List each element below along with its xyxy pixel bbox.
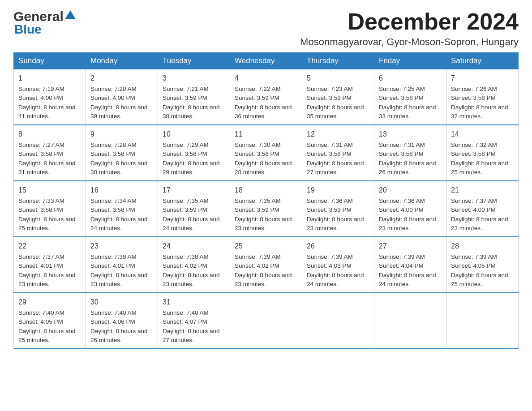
- daylight-label: Daylight: 8 hours and 26 minutes.: [379, 160, 436, 176]
- day-number: 23: [90, 241, 153, 252]
- daylight-label: Daylight: 8 hours and 29 minutes.: [163, 160, 220, 176]
- sunset-label: Sunset: 3:58 PM: [451, 94, 496, 101]
- sunrise-label: Sunrise: 7:33 AM: [18, 197, 64, 204]
- sunset-label: Sunset: 3:59 PM: [307, 94, 352, 101]
- logo-blue-text: Blue: [14, 22, 42, 37]
- sunset-label: Sunset: 3:59 PM: [235, 94, 279, 101]
- sunrise-label: Sunrise: 7:30 AM: [235, 141, 281, 148]
- sunset-label: Sunset: 3:58 PM: [379, 150, 424, 157]
- day-number: 5: [307, 73, 369, 84]
- month-year-title: December 2024: [300, 9, 519, 34]
- sunrise-label: Sunrise: 7:39 AM: [379, 253, 425, 260]
- sunset-label: Sunset: 4:04 PM: [379, 262, 424, 269]
- sunrise-label: Sunrise: 7:32 AM: [451, 141, 497, 148]
- calendar-cell: [446, 293, 519, 349]
- calendar-week-row: 1Sunrise: 7:19 AMSunset: 4:00 PMDaylight…: [14, 69, 519, 125]
- weekday-header-saturday: Saturday: [446, 53, 519, 69]
- daylight-label: Daylight: 8 hours and 24 minutes.: [90, 216, 148, 231]
- calendar-cell: 18Sunrise: 7:35 AMSunset: 3:59 PMDayligh…: [230, 181, 302, 237]
- weekday-header-thursday: Thursday: [302, 53, 374, 69]
- day-number: 16: [90, 185, 153, 196]
- calendar-cell: 12Sunrise: 7:31 AMSunset: 3:58 PMDayligh…: [302, 125, 374, 181]
- calendar-cell: 21Sunrise: 7:37 AMSunset: 4:00 PMDayligh…: [446, 181, 519, 237]
- day-number: 3: [163, 73, 225, 84]
- day-number: 19: [307, 185, 369, 196]
- day-number: 6: [379, 73, 442, 84]
- calendar-cell: [302, 293, 374, 349]
- sunset-label: Sunset: 4:00 PM: [451, 206, 496, 213]
- calendar-cell: 7Sunrise: 7:26 AMSunset: 3:58 PMDaylight…: [446, 69, 519, 125]
- sunset-label: Sunset: 4:06 PM: [90, 318, 135, 325]
- day-number: 12: [307, 129, 369, 140]
- sunrise-label: Sunrise: 7:40 AM: [18, 309, 64, 316]
- calendar-cell: 31Sunrise: 7:40 AMSunset: 4:07 PMDayligh…: [158, 293, 230, 349]
- sunrise-label: Sunrise: 7:37 AM: [18, 253, 64, 260]
- logo-general-text: General: [13, 9, 64, 24]
- sunrise-label: Sunrise: 7:39 AM: [307, 253, 353, 260]
- location-subtitle: Mosonmagyarovar, Gyor-Moson-Sopron, Hung…: [300, 36, 519, 48]
- sunrise-label: Sunrise: 7:39 AM: [235, 253, 281, 260]
- day-number: 24: [163, 241, 225, 252]
- daylight-label: Daylight: 8 hours and 23 minutes.: [379, 216, 436, 231]
- day-number: 20: [379, 185, 442, 196]
- sunset-label: Sunset: 4:05 PM: [18, 318, 63, 325]
- daylight-label: Daylight: 8 hours and 23 minutes.: [307, 216, 364, 231]
- sunset-label: Sunset: 3:58 PM: [163, 150, 207, 157]
- sunrise-label: Sunrise: 7:19 AM: [18, 86, 64, 92]
- calendar-cell: 1Sunrise: 7:19 AMSunset: 4:00 PMDaylight…: [14, 69, 86, 125]
- calendar-cell: 6Sunrise: 7:25 AMSunset: 3:58 PMDaylight…: [374, 69, 446, 125]
- sunset-label: Sunset: 3:58 PM: [90, 206, 135, 213]
- daylight-label: Daylight: 8 hours and 23 minutes.: [18, 272, 76, 287]
- sunrise-label: Sunrise: 7:35 AM: [163, 197, 209, 204]
- daylight-label: Daylight: 8 hours and 33 minutes.: [379, 104, 436, 120]
- sunset-label: Sunset: 4:02 PM: [235, 262, 279, 269]
- sunset-label: Sunset: 3:59 PM: [163, 206, 207, 213]
- calendar-cell: 23Sunrise: 7:38 AMSunset: 4:01 PMDayligh…: [86, 237, 158, 293]
- day-number: 22: [18, 241, 81, 252]
- calendar-cell: 8Sunrise: 7:27 AMSunset: 3:58 PMDaylight…: [14, 125, 86, 181]
- sunrise-label: Sunrise: 7:34 AM: [90, 197, 137, 204]
- sunset-label: Sunset: 4:03 PM: [307, 262, 352, 269]
- daylight-label: Daylight: 8 hours and 31 minutes.: [18, 160, 76, 176]
- day-number: 15: [18, 185, 81, 196]
- daylight-label: Daylight: 8 hours and 41 minutes.: [18, 104, 76, 120]
- calendar-cell: 24Sunrise: 7:38 AMSunset: 4:02 PMDayligh…: [158, 237, 230, 293]
- daylight-label: Daylight: 8 hours and 25 minutes.: [18, 328, 76, 343]
- sunrise-label: Sunrise: 7:40 AM: [163, 309, 209, 316]
- daylight-label: Daylight: 8 hours and 23 minutes.: [90, 272, 148, 287]
- daylight-label: Daylight: 8 hours and 28 minutes.: [235, 160, 292, 176]
- logo: General Blue: [13, 9, 76, 37]
- sunset-label: Sunset: 4:00 PM: [18, 94, 63, 101]
- sunset-label: Sunset: 3:59 PM: [307, 206, 352, 213]
- daylight-label: Daylight: 8 hours and 23 minutes.: [163, 272, 220, 287]
- sunrise-label: Sunrise: 7:22 AM: [235, 86, 281, 92]
- sunset-label: Sunset: 4:07 PM: [163, 318, 207, 325]
- calendar-cell: 30Sunrise: 7:40 AMSunset: 4:06 PMDayligh…: [86, 293, 158, 349]
- sunrise-label: Sunrise: 7:35 AM: [235, 197, 281, 204]
- day-number: 11: [235, 129, 297, 140]
- sunrise-label: Sunrise: 7:36 AM: [379, 197, 425, 204]
- day-number: 18: [235, 185, 297, 196]
- calendar-cell: 14Sunrise: 7:32 AMSunset: 3:58 PMDayligh…: [446, 125, 519, 181]
- calendar-cell: 16Sunrise: 7:34 AMSunset: 3:58 PMDayligh…: [86, 181, 158, 237]
- day-number: 21: [451, 185, 514, 196]
- logo-triangle-icon: [65, 10, 76, 19]
- calendar-cell: [374, 293, 446, 349]
- calendar-cell: 20Sunrise: 7:36 AMSunset: 4:00 PMDayligh…: [374, 181, 446, 237]
- day-number: 25: [235, 241, 297, 252]
- sunrise-label: Sunrise: 7:20 AM: [90, 86, 137, 92]
- calendar-cell: 17Sunrise: 7:35 AMSunset: 3:59 PMDayligh…: [158, 181, 230, 237]
- calendar-cell: 25Sunrise: 7:39 AMSunset: 4:02 PMDayligh…: [230, 237, 302, 293]
- sunrise-label: Sunrise: 7:25 AM: [379, 86, 425, 92]
- calendar-cell: 15Sunrise: 7:33 AMSunset: 3:58 PMDayligh…: [14, 181, 86, 237]
- calendar-cell: 11Sunrise: 7:30 AMSunset: 3:58 PMDayligh…: [230, 125, 302, 181]
- day-number: 29: [18, 297, 81, 308]
- sunset-label: Sunset: 3:59 PM: [235, 206, 279, 213]
- day-number: 4: [235, 73, 297, 84]
- daylight-label: Daylight: 8 hours and 25 minutes.: [451, 272, 508, 287]
- day-number: 27: [379, 241, 442, 252]
- sunset-label: Sunset: 3:58 PM: [235, 150, 279, 157]
- day-number: 8: [18, 129, 81, 140]
- sunrise-label: Sunrise: 7:36 AM: [307, 197, 353, 204]
- sunrise-label: Sunrise: 7:21 AM: [163, 86, 209, 92]
